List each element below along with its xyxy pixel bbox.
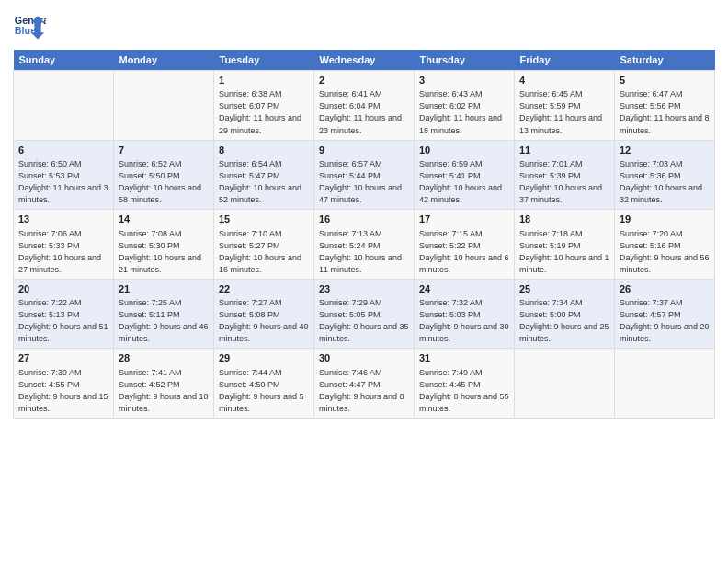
- calendar-cell: 21Sunrise: 7:25 AM Sunset: 5:11 PM Dayli…: [114, 279, 214, 349]
- calendar-cell: 27Sunrise: 7:39 AM Sunset: 4:55 PM Dayli…: [14, 349, 114, 419]
- day-header-thursday: Thursday: [415, 50, 515, 71]
- day-info: Sunrise: 7:10 AM Sunset: 5:27 PM Dayligh…: [219, 228, 309, 276]
- calendar-week-1: 1Sunrise: 6:38 AM Sunset: 6:07 PM Daylig…: [14, 71, 715, 141]
- calendar-cell: 9Sunrise: 6:57 AM Sunset: 5:44 PM Daylig…: [314, 140, 415, 210]
- day-number: 31: [419, 351, 509, 365]
- calendar-cell: 13Sunrise: 7:06 AM Sunset: 5:33 PM Dayli…: [14, 210, 114, 280]
- day-info: Sunrise: 6:47 AM Sunset: 5:56 PM Dayligh…: [620, 88, 710, 136]
- day-info: Sunrise: 7:46 AM Sunset: 4:47 PM Dayligh…: [319, 367, 409, 415]
- calendar-cell: 26Sunrise: 7:37 AM Sunset: 4:57 PM Dayli…: [615, 279, 715, 349]
- calendar-week-3: 13Sunrise: 7:06 AM Sunset: 5:33 PM Dayli…: [14, 210, 715, 280]
- day-info: Sunrise: 6:43 AM Sunset: 6:02 PM Dayligh…: [419, 88, 509, 136]
- calendar-cell: 11Sunrise: 7:01 AM Sunset: 5:39 PM Dayli…: [515, 140, 615, 210]
- day-info: Sunrise: 7:27 AM Sunset: 5:08 PM Dayligh…: [219, 297, 309, 345]
- calendar-cell: 18Sunrise: 7:18 AM Sunset: 5:19 PM Dayli…: [515, 210, 615, 280]
- calendar-week-2: 6Sunrise: 6:50 AM Sunset: 5:53 PM Daylig…: [14, 140, 715, 210]
- day-info: Sunrise: 6:57 AM Sunset: 5:44 PM Dayligh…: [319, 158, 409, 206]
- calendar-cell: 10Sunrise: 6:59 AM Sunset: 5:41 PM Dayli…: [415, 140, 515, 210]
- day-number: 23: [319, 282, 409, 296]
- day-info: Sunrise: 7:06 AM Sunset: 5:33 PM Dayligh…: [18, 228, 108, 276]
- day-header-monday: Monday: [114, 50, 214, 71]
- day-number: 13: [18, 213, 108, 226]
- day-number: 11: [519, 144, 609, 157]
- day-info: Sunrise: 7:49 AM Sunset: 4:45 PM Dayligh…: [419, 367, 509, 415]
- day-number: 19: [620, 213, 710, 226]
- day-info: Sunrise: 7:44 AM Sunset: 4:50 PM Dayligh…: [219, 367, 309, 415]
- day-info: Sunrise: 7:25 AM Sunset: 5:11 PM Dayligh…: [119, 297, 209, 345]
- day-header-tuesday: Tuesday: [214, 50, 314, 71]
- logo-icon: General Blue: [13, 9, 46, 42]
- day-info: Sunrise: 6:52 AM Sunset: 5:50 PM Dayligh…: [119, 158, 209, 206]
- day-number: 10: [419, 144, 509, 157]
- day-number: 12: [620, 144, 710, 157]
- day-info: Sunrise: 7:20 AM Sunset: 5:16 PM Dayligh…: [620, 228, 710, 276]
- calendar-table: SundayMondayTuesdayWednesdayThursdayFrid…: [13, 50, 715, 419]
- calendar-cell: 30Sunrise: 7:46 AM Sunset: 4:47 PM Dayli…: [314, 349, 415, 419]
- day-number: 17: [419, 213, 509, 226]
- day-info: Sunrise: 7:08 AM Sunset: 5:30 PM Dayligh…: [119, 228, 209, 276]
- day-number: 28: [119, 351, 209, 365]
- day-number: 3: [419, 74, 509, 87]
- calendar-cell: 22Sunrise: 7:27 AM Sunset: 5:08 PM Dayli…: [214, 279, 314, 349]
- calendar-cell: 20Sunrise: 7:22 AM Sunset: 5:13 PM Dayli…: [14, 279, 114, 349]
- calendar-cell: 17Sunrise: 7:15 AM Sunset: 5:22 PM Dayli…: [415, 210, 515, 280]
- header: General Blue: [13, 9, 715, 42]
- calendar-cell: 23Sunrise: 7:29 AM Sunset: 5:05 PM Dayli…: [314, 279, 415, 349]
- day-info: Sunrise: 7:01 AM Sunset: 5:39 PM Dayligh…: [519, 158, 609, 206]
- logo: General Blue: [13, 9, 46, 42]
- day-number: 22: [219, 282, 309, 296]
- day-number: 20: [18, 282, 108, 296]
- calendar-cell: [114, 71, 214, 141]
- day-info: Sunrise: 7:37 AM Sunset: 4:57 PM Dayligh…: [620, 297, 710, 345]
- calendar-cell: 1Sunrise: 6:38 AM Sunset: 6:07 PM Daylig…: [214, 71, 314, 141]
- day-info: Sunrise: 7:29 AM Sunset: 5:05 PM Dayligh…: [319, 297, 409, 345]
- day-info: Sunrise: 6:54 AM Sunset: 5:47 PM Dayligh…: [219, 158, 309, 206]
- day-number: 5: [620, 74, 710, 87]
- day-info: Sunrise: 7:39 AM Sunset: 4:55 PM Dayligh…: [18, 367, 108, 415]
- day-number: 2: [319, 74, 409, 87]
- day-number: 24: [419, 282, 509, 296]
- calendar-cell: 4Sunrise: 6:45 AM Sunset: 5:59 PM Daylig…: [515, 71, 615, 141]
- calendar-cell: 8Sunrise: 6:54 AM Sunset: 5:47 PM Daylig…: [214, 140, 314, 210]
- calendar-cell: [14, 71, 114, 141]
- calendar-cell: [615, 349, 715, 419]
- day-info: Sunrise: 7:22 AM Sunset: 5:13 PM Dayligh…: [18, 297, 108, 345]
- calendar-cell: 28Sunrise: 7:41 AM Sunset: 4:52 PM Dayli…: [114, 349, 214, 419]
- day-number: 1: [219, 74, 309, 87]
- calendar-cell: 25Sunrise: 7:34 AM Sunset: 5:00 PM Dayli…: [515, 279, 615, 349]
- calendar-cell: 7Sunrise: 6:52 AM Sunset: 5:50 PM Daylig…: [114, 140, 214, 210]
- calendar-week-5: 27Sunrise: 7:39 AM Sunset: 4:55 PM Dayli…: [14, 349, 715, 419]
- calendar-week-4: 20Sunrise: 7:22 AM Sunset: 5:13 PM Dayli…: [14, 279, 715, 349]
- day-header-wednesday: Wednesday: [314, 50, 415, 71]
- calendar-cell: 29Sunrise: 7:44 AM Sunset: 4:50 PM Dayli…: [214, 349, 314, 419]
- calendar-cell: 16Sunrise: 7:13 AM Sunset: 5:24 PM Dayli…: [314, 210, 415, 280]
- day-number: 6: [18, 144, 108, 157]
- day-header-saturday: Saturday: [615, 50, 715, 71]
- day-info: Sunrise: 7:34 AM Sunset: 5:00 PM Dayligh…: [519, 297, 609, 345]
- day-number: 21: [119, 282, 209, 296]
- day-number: 14: [119, 213, 209, 226]
- day-info: Sunrise: 7:41 AM Sunset: 4:52 PM Dayligh…: [119, 367, 209, 415]
- day-info: Sunrise: 7:18 AM Sunset: 5:19 PM Dayligh…: [519, 228, 609, 276]
- day-info: Sunrise: 6:50 AM Sunset: 5:53 PM Dayligh…: [18, 158, 108, 206]
- day-info: Sunrise: 7:32 AM Sunset: 5:03 PM Dayligh…: [419, 297, 509, 345]
- day-info: Sunrise: 6:45 AM Sunset: 5:59 PM Dayligh…: [519, 88, 609, 136]
- day-number: 26: [620, 282, 710, 296]
- day-header-friday: Friday: [515, 50, 615, 71]
- calendar-cell: 15Sunrise: 7:10 AM Sunset: 5:27 PM Dayli…: [214, 210, 314, 280]
- calendar-cell: 14Sunrise: 7:08 AM Sunset: 5:30 PM Dayli…: [114, 210, 214, 280]
- calendar-cell: 24Sunrise: 7:32 AM Sunset: 5:03 PM Dayli…: [415, 279, 515, 349]
- day-number: 4: [519, 74, 609, 87]
- svg-text:Blue: Blue: [15, 25, 36, 36]
- calendar-cell: 3Sunrise: 6:43 AM Sunset: 6:02 PM Daylig…: [415, 71, 515, 141]
- day-number: 8: [219, 144, 309, 157]
- page-container: General Blue SundayMondayTuesdayWednesda…: [0, 0, 728, 424]
- day-info: Sunrise: 7:03 AM Sunset: 5:36 PM Dayligh…: [620, 158, 710, 206]
- day-info: Sunrise: 7:15 AM Sunset: 5:22 PM Dayligh…: [419, 228, 509, 276]
- day-number: 29: [219, 351, 309, 365]
- day-number: 15: [219, 213, 309, 226]
- calendar-cell: 2Sunrise: 6:41 AM Sunset: 6:04 PM Daylig…: [314, 71, 415, 141]
- calendar-cell: 19Sunrise: 7:20 AM Sunset: 5:16 PM Dayli…: [615, 210, 715, 280]
- day-header-sunday: Sunday: [14, 50, 114, 71]
- day-info: Sunrise: 6:38 AM Sunset: 6:07 PM Dayligh…: [219, 88, 309, 136]
